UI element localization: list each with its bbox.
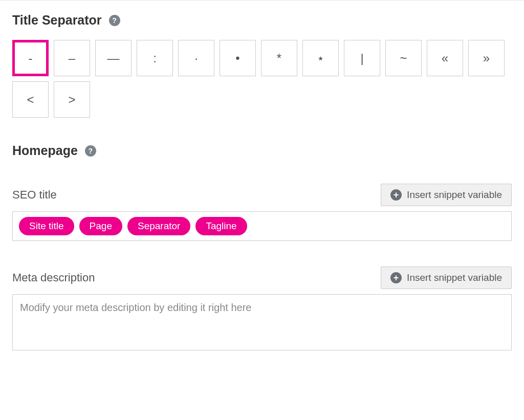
separator-option[interactable]: ~ xyxy=(385,40,422,76)
separator-option[interactable]: » xyxy=(468,40,505,76)
seo-title-input[interactable]: Site titlePageSeparatorTagline xyxy=(12,211,512,241)
homepage-heading-row: Homepage ? xyxy=(12,143,512,158)
homepage-section: Homepage ? SEO title + Insert snippet va… xyxy=(12,143,512,350)
seo-title-row: SEO title + Insert snippet variable xyxy=(12,184,512,206)
separator-option[interactable]: ⋆ xyxy=(302,40,339,76)
insert-snippet-variable-button[interactable]: + Insert snippet variable xyxy=(381,267,512,289)
separator-option[interactable]: « xyxy=(427,40,463,76)
help-icon[interactable]: ? xyxy=(85,145,96,157)
plus-circle-icon: + xyxy=(390,189,402,201)
separator-option[interactable]: – xyxy=(54,40,90,76)
plus-circle-icon: + xyxy=(390,272,402,283)
seo-title-label: SEO title xyxy=(12,188,57,202)
separator-option[interactable]: · xyxy=(178,40,214,76)
snippet-variable-chip[interactable]: Site title xyxy=(19,217,74,235)
separator-grid: -–—:·•*⋆|~«»<> xyxy=(12,40,512,118)
meta-description-input[interactable] xyxy=(12,294,512,350)
homepage-heading: Homepage xyxy=(12,143,78,158)
separator-option[interactable]: * xyxy=(261,40,297,76)
insert-snippet-variable-label: Insert snippet variable xyxy=(407,189,502,201)
snippet-variable-chip[interactable]: Tagline xyxy=(195,217,247,235)
separator-option[interactable]: > xyxy=(54,81,90,118)
title-separator-heading-row: Title Separator ? xyxy=(12,13,512,28)
title-separator-section: Title Separator ? -–—:·•*⋆|~«»<> xyxy=(12,13,512,118)
meta-description-row: Meta description + Insert snippet variab… xyxy=(12,267,512,289)
meta-description-label: Meta description xyxy=(12,271,95,284)
snippet-variable-chip[interactable]: Separator xyxy=(127,217,190,235)
separator-option[interactable]: < xyxy=(12,81,49,118)
help-icon[interactable]: ? xyxy=(109,15,120,26)
title-separator-heading: Title Separator xyxy=(12,13,102,28)
insert-snippet-variable-button[interactable]: + Insert snippet variable xyxy=(381,184,512,206)
separator-option[interactable]: | xyxy=(344,40,380,76)
separator-option[interactable]: — xyxy=(95,40,132,76)
separator-option[interactable]: : xyxy=(137,40,173,76)
separator-option[interactable]: • xyxy=(220,40,256,76)
snippet-variable-chip[interactable]: Page xyxy=(79,217,122,235)
separator-option[interactable]: - xyxy=(12,40,49,76)
insert-snippet-variable-label: Insert snippet variable xyxy=(407,272,502,283)
